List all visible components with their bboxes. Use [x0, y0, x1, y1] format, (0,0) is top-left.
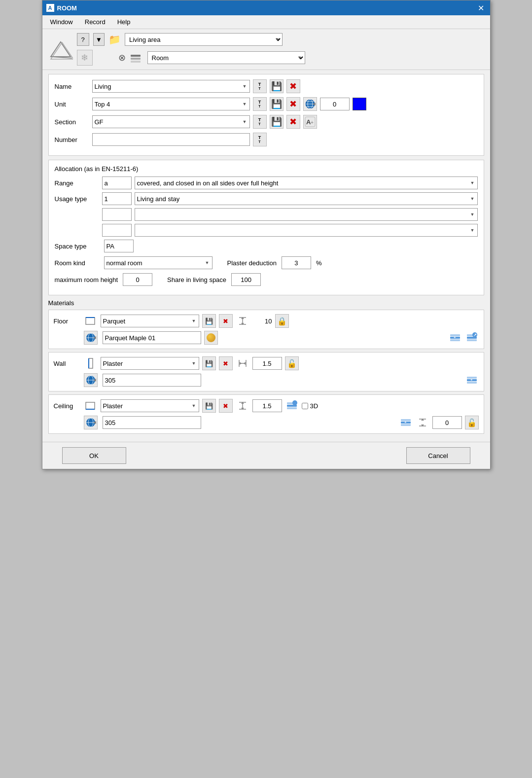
menu-window[interactable]: Window: [48, 17, 75, 27]
name-delete-button[interactable]: ✖: [286, 79, 300, 93]
toolbar-area: ? ▼ 📁 Living area ❄ ⊗: [42, 29, 490, 70]
unit-select-wrap: Top 4: [92, 98, 250, 110]
floor-row1: Floor Parquet 💾 ✖: [54, 314, 479, 328]
svg-point-60: [292, 400, 297, 405]
sub1-code-input[interactable]: [102, 208, 132, 221]
svg-rect-31: [467, 339, 477, 341]
sub1-select[interactable]: [135, 208, 478, 221]
question-dropdown-button[interactable]: ▼: [93, 33, 105, 46]
name-select-wrap: Living: [92, 80, 250, 93]
ceiling-delete-button[interactable]: ✖: [219, 399, 233, 413]
floor-thickness-value: 10: [252, 318, 272, 325]
floor-material-select[interactable]: Parquet: [101, 315, 199, 327]
wall-globe-icon[interactable]: [84, 373, 98, 387]
floor-delete-button[interactable]: ✖: [219, 314, 233, 328]
plaster-input[interactable]: [282, 256, 311, 269]
ceiling-thickness-input[interactable]: [252, 399, 282, 412]
ceiling-3d-checkbox[interactable]: [302, 403, 308, 409]
cancel-button[interactable]: Cancel: [406, 447, 470, 464]
wall-stack-button[interactable]: +: [465, 373, 479, 387]
wall-lock-button[interactable]: 🔓: [285, 356, 299, 370]
floor-stack2-button[interactable]: ↗: [465, 331, 479, 345]
range-select[interactable]: covered, and closed in on all sides over…: [135, 177, 478, 189]
name-select[interactable]: Living: [92, 80, 250, 93]
number-input[interactable]: [92, 133, 250, 146]
usage-combo-wrap: Living and stay: [135, 192, 478, 205]
floor-globe-icon[interactable]: [84, 331, 98, 345]
floor-sub-material-input[interactable]: [103, 331, 201, 344]
ceiling-thickness2-input[interactable]: [432, 416, 462, 429]
unit-save-button[interactable]: 💾: [270, 97, 284, 111]
menu-record[interactable]: Record: [83, 17, 107, 27]
menu-help[interactable]: Help: [115, 17, 133, 27]
section-select[interactable]: GF: [92, 115, 250, 128]
space-type-input[interactable]: [104, 240, 134, 252]
sub2-code-input[interactable]: [102, 224, 132, 237]
section-label: Section: [55, 118, 89, 126]
svg-rect-3: [131, 55, 141, 57]
name-tt-button[interactable]: TT: [253, 79, 267, 93]
range-code-input[interactable]: [102, 177, 132, 189]
section-save-button[interactable]: 💾: [270, 115, 284, 129]
category-select[interactable]: Living area: [125, 33, 283, 46]
room-kind-select[interactable]: normal room: [104, 256, 213, 269]
wall-row2: +: [54, 373, 479, 387]
room-kind-label: Room kind: [55, 259, 99, 267]
layer-select[interactable]: Room: [147, 51, 305, 64]
usage-label: Usage type: [55, 195, 99, 203]
floor-lock-button[interactable]: 🔒: [275, 314, 289, 328]
svg-marker-41: [244, 362, 246, 365]
svg-rect-4: [131, 58, 141, 60]
menu-bar: Window Record Help: [42, 15, 490, 29]
max-room-height-input[interactable]: [123, 273, 152, 286]
floor-save-button[interactable]: 💾: [202, 314, 216, 328]
name-save-button[interactable]: 💾: [270, 79, 284, 93]
sub2-select[interactable]: [135, 224, 478, 237]
floor-thickness-icon: [236, 314, 249, 328]
number-tt-button[interactable]: TT: [253, 133, 267, 146]
unit-number-input[interactable]: [320, 98, 350, 110]
ceiling-stack-button[interactable]: +: [399, 416, 413, 429]
materials-title: Materials: [48, 299, 484, 307]
unit-tt-button[interactable]: TT: [253, 97, 267, 111]
svg-rect-50: [86, 402, 95, 409]
wall-label: Wall: [54, 360, 81, 367]
basic-fields-section: Name Living TT 💾 ✖ Unit Top 4 TT: [48, 74, 484, 156]
color-swatch[interactable]: [353, 98, 366, 110]
globe-icon-button[interactable]: [303, 97, 317, 111]
unit-delete-button[interactable]: ✖: [286, 97, 300, 111]
wall-save-button[interactable]: 💾: [202, 356, 216, 370]
ceiling-lock2-button[interactable]: 🔓: [465, 416, 479, 429]
close-button[interactable]: ✕: [476, 3, 486, 13]
wall-thickness-input[interactable]: [252, 357, 282, 370]
section-delete-button[interactable]: ✖: [286, 115, 300, 129]
svg-rect-5: [131, 61, 141, 63]
usage-code-input[interactable]: [102, 192, 132, 205]
wall-select-wrap: Plaster: [101, 357, 199, 370]
range-combo-wrap: covered, and closed in on all sides over…: [135, 177, 478, 189]
ceiling-sub-material-input[interactable]: [103, 416, 201, 429]
wall-material-select[interactable]: Plaster: [101, 357, 199, 370]
wall-sub-material-input[interactable]: [103, 374, 201, 387]
floor-material-color-button[interactable]: [204, 331, 218, 345]
ceiling-3d-icon-button[interactable]: [285, 399, 299, 413]
share-label: Share in living space: [167, 276, 226, 283]
ceiling-material-select[interactable]: Plaster: [101, 399, 199, 412]
share-input[interactable]: [231, 273, 261, 286]
max-room-height-row: maximum room height Share in living spac…: [55, 273, 478, 286]
section-tt-button[interactable]: TT: [253, 115, 267, 129]
ok-button[interactable]: OK: [62, 447, 126, 464]
layer-select-wrap: Room: [147, 51, 305, 64]
usage-select[interactable]: Living and stay: [135, 192, 478, 205]
ceiling-3d-label: 3D: [310, 402, 319, 410]
ceiling-save-button[interactable]: 💾: [202, 399, 216, 413]
section-select-wrap: GF: [92, 115, 250, 128]
floor-stack1-button[interactable]: +: [448, 331, 462, 345]
at-icon-button[interactable]: A +: [303, 115, 317, 129]
ceiling-thickness-icon: [236, 399, 249, 413]
number-row: Number TT: [55, 133, 478, 146]
question-button[interactable]: ?: [77, 33, 89, 46]
wall-delete-button[interactable]: ✖: [219, 356, 233, 370]
unit-select[interactable]: Top 4: [92, 98, 250, 110]
ceiling-globe-icon[interactable]: [84, 416, 98, 429]
